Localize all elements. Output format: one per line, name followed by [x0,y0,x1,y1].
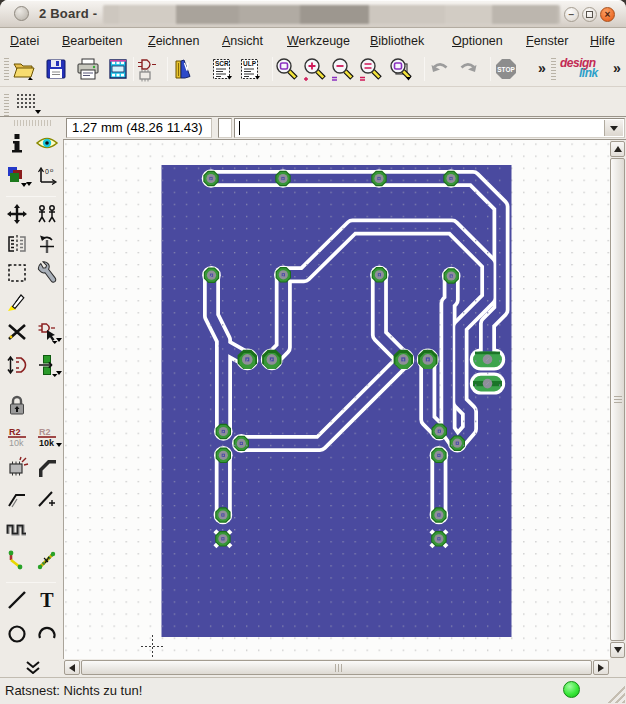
switch-to-schematic-button[interactable] [134,56,160,82]
vertical-scrollbar[interactable] [610,140,626,659]
dropdown-arrow-icon [56,338,62,345]
rotate-button[interactable] [35,232,59,256]
scroll-down-button[interactable] [610,642,625,658]
move-button[interactable] [5,202,29,226]
command-input[interactable] [234,118,625,138]
miter-button[interactable] [35,456,59,480]
zoom-fit-button[interactable] [274,56,300,82]
pinswap-button[interactable] [5,353,29,377]
close-button[interactable]: × [600,7,615,22]
value-button[interactable] [35,425,59,449]
copy-button[interactable] [35,202,59,226]
scroll-right-button[interactable] [593,660,609,675]
cut-button[interactable] [5,290,29,314]
menu-mnemonic: H [590,34,599,48]
menu-optionen[interactable]: Optionen [452,32,503,50]
gateswap-button[interactable] [35,353,59,377]
horizontal-scrollbar[interactable] [64,660,610,676]
lock-button[interactable] [5,394,29,418]
circle-button[interactable] [5,622,29,646]
horizontal-scrollbar-thumb[interactable] [81,660,592,675]
run-script-button[interactable] [209,56,235,82]
wire-button[interactable] [5,588,29,612]
mark-button[interactable] [35,164,59,188]
app-icon [14,6,29,21]
menu-ansicht[interactable]: Ansicht [222,32,263,50]
info-icon [5,131,29,155]
toolbar-overflow-chevron[interactable]: » [538,60,546,76]
menu-bibliothek[interactable]: Bibliothek [370,32,424,50]
scroll-up-button[interactable] [610,141,625,157]
split-button[interactable] [5,487,29,511]
show-button[interactable] [35,131,59,155]
route-button[interactable] [5,549,29,573]
info-button[interactable] [5,131,29,155]
toolbar-overflow-chevron[interactable]: » [613,60,621,76]
change-button[interactable] [35,261,59,285]
zoom-redraw-button[interactable] [358,56,384,82]
drc-status-led [563,681,580,698]
menu-werkzeuge[interactable]: Werkzeuge [287,32,350,50]
cut-icon [5,290,29,314]
board-icon [134,56,160,82]
application-window: 2 Board - − × DateiBearbeitenZeichnenAns… [0,0,626,704]
grid-settings-button[interactable] [13,91,43,115]
zoom-out-button[interactable] [330,56,356,82]
redaction-block [239,5,271,24]
name-button[interactable] [5,425,29,449]
maximize-button[interactable] [582,7,597,22]
optimize-button[interactable] [35,487,59,511]
side-toolbar-overflow-button[interactable] [24,660,42,674]
titlebar[interactable]: 2 Board - − × [0,0,626,28]
toolbar-grip[interactable] [551,58,556,82]
display-button[interactable] [5,164,29,188]
toolbar-separator [272,57,273,81]
command-dropdown-button[interactable] [604,120,623,136]
pinswap-icon [5,353,29,377]
scroll-arrow-icon [598,664,608,672]
menu-hilfe[interactable]: Hilfe [590,32,615,50]
replace-button[interactable] [35,320,59,344]
ripup-button[interactable] [35,549,59,573]
delete-button[interactable] [5,320,29,344]
maximize-square-icon [586,11,593,18]
scroll-left-button[interactable] [64,660,80,675]
zoom-in-button[interactable] [302,56,328,82]
open-button[interactable] [11,56,37,82]
window-title-separator: - [93,6,98,21]
menu-zeichnen[interactable]: Zeichnen [148,32,199,50]
scr-icon [209,56,235,82]
arc-button[interactable] [35,622,59,646]
print-button[interactable] [75,56,101,82]
menu-fenster[interactable]: Fenster [526,32,568,50]
mirror-button[interactable] [5,232,29,256]
cam-processor-button[interactable] [105,56,131,82]
undo-button[interactable] [427,56,453,82]
group-button[interactable] [5,261,29,285]
menu-mnemonic: Z [148,34,156,48]
redo-button[interactable] [455,56,481,82]
vertical-scrollbar-thumb[interactable] [610,158,625,641]
meander-button[interactable] [5,518,29,542]
redaction-block [369,5,386,24]
menu-mnemonic: A [222,34,230,48]
smash-button[interactable] [5,456,29,480]
board-canvas[interactable] [63,140,610,659]
minimize-button[interactable]: − [564,7,579,22]
toolbar-grip[interactable] [4,58,9,82]
arc-icon [35,622,59,646]
menu-mnemonic: F [526,34,534,48]
stop-button[interactable] [493,56,519,82]
text-button[interactable] [35,588,59,612]
zoom-select-button[interactable] [388,56,414,82]
toolbar-grip[interactable] [14,120,52,126]
toolbar-grip[interactable] [4,94,9,116]
menu-bearbeiten[interactable]: Bearbeiten [62,32,122,50]
redo-icon [455,56,481,82]
menu-mnemonic: O [452,34,462,48]
save-button[interactable] [43,56,69,82]
library-button[interactable] [170,56,196,82]
menu-datei[interactable]: Datei [10,32,39,50]
run-ulp-button[interactable] [237,56,263,82]
toolbar-separator [6,582,56,583]
